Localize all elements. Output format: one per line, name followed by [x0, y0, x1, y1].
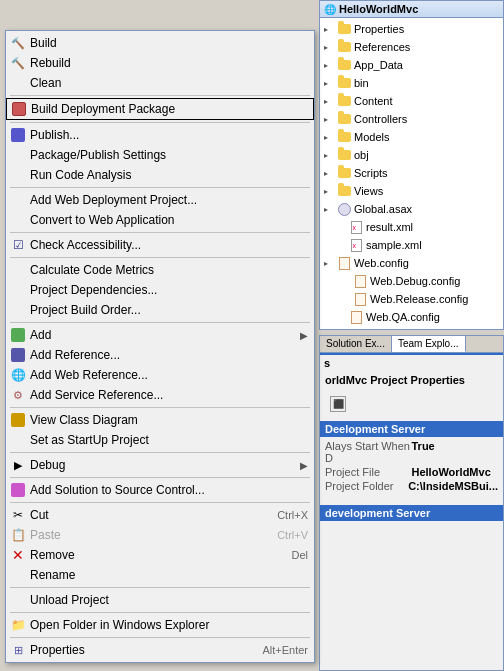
menu-item-label: Debug — [30, 458, 300, 472]
tree-label: Views — [354, 185, 383, 197]
asax-icon — [336, 201, 352, 217]
menu-item-cut[interactable]: ✂ Cut Ctrl+X — [6, 505, 314, 525]
tree-item-controllers[interactable]: ▸ Controllers — [320, 110, 503, 128]
tree-item-references[interactable]: ▸ References — [320, 38, 503, 56]
tree-item-result-xml[interactable]: result.xml — [320, 218, 503, 236]
tree-item-web-qa-config[interactable]: Web.QA.config — [320, 308, 503, 326]
tree-item-appdata[interactable]: ▸ App_Data — [320, 56, 503, 74]
props-val-file: HelloWorldMvc — [412, 466, 499, 478]
project-properties-panel: Solution Ex... Team Explo... s orldMvc P… — [319, 335, 504, 671]
menu-item-view-class[interactable]: View Class Diagram — [6, 410, 314, 430]
menu-item-rebuild[interactable]: 🔨 Rebuild — [6, 53, 314, 73]
folder-icon — [336, 57, 352, 73]
menu-item-label: Rename — [30, 568, 308, 582]
arrow-right-icon: ▶ — [300, 330, 308, 341]
menu-item-add[interactable]: Add ▶ — [6, 325, 314, 345]
tree-label: Content — [354, 95, 393, 107]
config-icon — [348, 309, 364, 325]
menu-item-build[interactable]: 🔨 Build — [6, 33, 314, 53]
menu-item-open-folder[interactable]: 📁 Open Folder in Windows Explorer — [6, 615, 314, 635]
source-icon — [10, 482, 26, 498]
menu-item-label: Check Accessibility... — [30, 238, 308, 252]
menu-item-paste[interactable]: 📋 Paste Ctrl+V — [6, 525, 314, 545]
proj-deps-icon — [10, 282, 26, 298]
tab-solution-explorer[interactable]: Solution Ex... — [320, 336, 392, 352]
tree-item-scripts[interactable]: ▸ Scripts — [320, 164, 503, 182]
tree-item-models[interactable]: ▸ Models — [320, 128, 503, 146]
remove-icon: ✕ — [10, 547, 26, 563]
menu-item-run-code[interactable]: Run Code Analysis — [6, 165, 314, 185]
publish-icon — [10, 127, 26, 143]
separator-6 — [10, 322, 310, 323]
folder-icon — [336, 147, 352, 163]
menu-item-add-svc-ref[interactable]: ⚙ Add Service Reference... — [6, 385, 314, 405]
props-title-label: orldMvc Project Properties — [325, 374, 465, 386]
tree-item-web-release-config[interactable]: Web.Release.config — [320, 290, 503, 308]
menu-item-proj-build[interactable]: Project Build Order... — [6, 300, 314, 320]
add-icon — [10, 327, 26, 343]
props-row-folder: Project Folder C:\InsideMSBui... — [320, 479, 503, 493]
tree-item-content[interactable]: ▸ Content — [320, 92, 503, 110]
menu-item-label: Package/Publish Settings — [30, 148, 308, 162]
props-val-start: True — [412, 440, 499, 464]
tree-item-views[interactable]: ▸ Views — [320, 182, 503, 200]
tree-item-web-config[interactable]: ▸ Web.config — [320, 254, 503, 272]
menu-item-convert-web[interactable]: Convert to Web Application — [6, 210, 314, 230]
menu-item-proj-deps[interactable]: Project Dependencies... — [6, 280, 314, 300]
tree-item-global-asax[interactable]: ▸ Global.asax — [320, 200, 503, 218]
menu-item-label: Remove — [30, 548, 271, 562]
debug-icon: ▶ — [10, 457, 26, 473]
menu-item-clean[interactable]: Clean — [6, 73, 314, 93]
tree-arrow: ▸ — [324, 115, 336, 124]
menu-item-label: Properties — [30, 643, 242, 657]
menu-item-label: Add Solution to Source Control... — [30, 483, 308, 497]
folder-icon — [336, 165, 352, 181]
tree-arrow: ▸ — [324, 205, 336, 214]
tree-label: Controllers — [354, 113, 407, 125]
project-icon: 🌐 — [324, 4, 336, 15]
menu-item-check-access[interactable]: ☑ Check Accessibility... — [6, 235, 314, 255]
tree-arrow: ▸ — [324, 61, 336, 70]
menu-item-label: Add Web Reference... — [30, 368, 308, 382]
tree-label: Properties — [354, 23, 404, 35]
paste-shortcut: Ctrl+V — [277, 529, 308, 541]
menu-item-label: View Class Diagram — [30, 413, 308, 427]
menu-item-pkg-publish[interactable]: Package/Publish Settings — [6, 145, 314, 165]
tab-team-explorer[interactable]: Team Explo... — [392, 336, 466, 352]
menu-item-add-web-ref[interactable]: 🌐 Add Web Reference... — [6, 365, 314, 385]
folder-icon — [336, 93, 352, 109]
menu-item-add-source[interactable]: Add Solution to Source Control... — [6, 480, 314, 500]
separator-9 — [10, 477, 310, 478]
menu-item-label: Add Reference... — [30, 348, 308, 362]
separator-5 — [10, 257, 310, 258]
tree-arrow: ▸ — [324, 25, 336, 34]
separator-12 — [10, 612, 310, 613]
menu-item-startup[interactable]: Set as StartUp Project — [6, 430, 314, 450]
menu-item-add-ref[interactable]: Add Reference... — [6, 345, 314, 365]
tree-label: Web.Release.config — [370, 293, 468, 305]
props-val-folder: C:\InsideMSBui... — [408, 480, 498, 492]
menu-item-label: Build — [30, 36, 308, 50]
tree-label: obj — [354, 149, 369, 161]
pkg-publish-icon — [10, 147, 26, 163]
clean-icon — [10, 75, 26, 91]
config-icon — [352, 291, 368, 307]
tree-item-sample-xml[interactable]: sample.xml — [320, 236, 503, 254]
tree-item-properties[interactable]: ▸ Properties — [320, 20, 503, 38]
menu-item-calc-metrics[interactable]: Calculate Code Metrics — [6, 260, 314, 280]
tree-item-web-debug-config[interactable]: Web.Debug.config — [320, 272, 503, 290]
menu-item-publish[interactable]: Publish... — [6, 125, 314, 145]
menu-item-build-deploy[interactable]: Build Deployment Package — [6, 98, 314, 120]
menu-item-label: Cut — [30, 508, 257, 522]
tree-item-bin[interactable]: ▸ bin — [320, 74, 503, 92]
remove-shortcut: Del — [291, 549, 308, 561]
menu-item-remove[interactable]: ✕ Remove Del — [6, 545, 314, 565]
menu-item-debug[interactable]: ▶ Debug ▶ — [6, 455, 314, 475]
menu-item-add-web-deploy[interactable]: Add Web Deployment Project... — [6, 190, 314, 210]
tree-item-obj[interactable]: ▸ obj — [320, 146, 503, 164]
solution-explorer: 🌐 HelloWorldMvc ▸ Properties ▸ Reference… — [319, 0, 504, 330]
menu-item-unload[interactable]: Unload Project — [6, 590, 314, 610]
menu-item-rename[interactable]: Rename — [6, 565, 314, 585]
menu-item-properties[interactable]: ⊞ Properties Alt+Enter — [6, 640, 314, 660]
menu-item-label: Add — [30, 328, 300, 342]
